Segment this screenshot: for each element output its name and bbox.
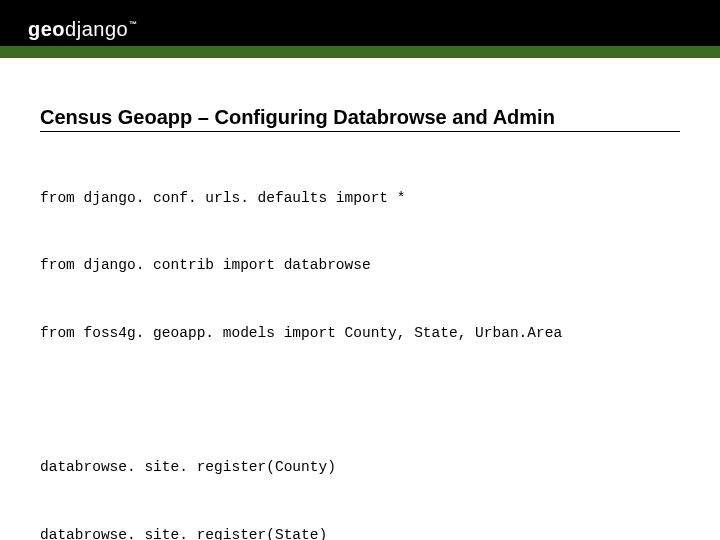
brand-django: django <box>65 18 128 40</box>
slide-header: geodjango™ <box>0 0 720 58</box>
code-block-register: databrowse. site. register(County) datab… <box>40 411 680 540</box>
brand-geo: geo <box>28 18 65 40</box>
page-title: Census Geoapp – Configuring Databrowse a… <box>40 106 680 132</box>
code-line: from django. contrib import databrowse <box>40 254 680 276</box>
code-block-imports: from django. conf. urls. defaults import… <box>40 142 680 389</box>
code-line: databrowse. site. register(County) <box>40 456 680 478</box>
trademark-icon: ™ <box>129 20 138 29</box>
code-line: databrowse. site. register(State) <box>40 524 680 541</box>
code-line: from foss4g. geoapp. models import Count… <box>40 322 680 344</box>
code-line: from django. conf. urls. defaults import… <box>40 187 680 209</box>
slide-content: Census Geoapp – Configuring Databrowse a… <box>0 58 720 540</box>
brand-logo: geodjango™ <box>28 18 137 41</box>
